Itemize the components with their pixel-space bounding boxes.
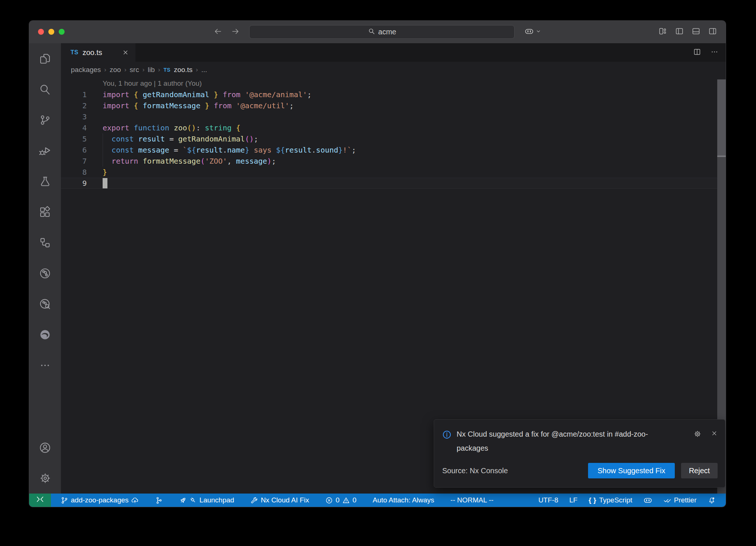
line-number: 4 <box>61 122 87 133</box>
search-icon[interactable] <box>29 74 61 105</box>
breadcrumb-item[interactable]: packages <box>71 66 101 74</box>
status-bar: add-zoo-packagesLaunchpadNx Cloud AI Fix… <box>29 494 726 507</box>
status-label: Prettier <box>674 496 697 504</box>
status-vim-mode[interactable]: -- NORMAL -- <box>442 494 501 507</box>
breadcrumb-file[interactable]: zoo.ts <box>174 66 193 74</box>
code-line-3: 3 <box>61 111 726 122</box>
code-line-6: 6 const message = `${result.name} says $… <box>61 144 726 156</box>
line-number: 1 <box>61 89 87 100</box>
minimize-window-button[interactable] <box>48 29 54 35</box>
breadcrumb-separator: › <box>196 66 198 74</box>
code-line-8: 8} <box>61 167 726 178</box>
nx-cloud-icon[interactable] <box>29 289 61 319</box>
status-copilot[interactable] <box>638 494 658 507</box>
toggle-sidebar-icon[interactable] <box>675 27 684 37</box>
extensions-icon[interactable] <box>29 197 61 227</box>
reject-button[interactable]: Reject <box>681 463 718 478</box>
status-nx-cloud-ai-fix[interactable]: Nx Cloud AI Fix <box>242 494 317 507</box>
more-icon[interactable] <box>29 350 61 381</box>
forward-icon[interactable] <box>231 27 240 37</box>
remote-icon <box>35 495 45 506</box>
status-label: Launchpad <box>199 496 234 504</box>
nx-console-icon[interactable] <box>29 258 61 289</box>
explorer-icon[interactable] <box>29 43 61 74</box>
toggle-panel-icon[interactable] <box>692 27 700 37</box>
back-icon[interactable] <box>213 27 222 37</box>
references-icon[interactable] <box>29 227 61 258</box>
chevron-down-icon <box>535 28 542 36</box>
source-control-icon[interactable] <box>29 105 61 135</box>
typescript-file-icon: TS <box>164 67 171 73</box>
status-formatter[interactable]: Prettier <box>658 494 702 507</box>
run-debug-icon[interactable] <box>29 135 61 166</box>
more-actions-icon[interactable] <box>711 48 718 57</box>
notification-message: Nx Cloud suggested a fix for @acme/zoo:t… <box>457 427 694 455</box>
breadcrumb-symbol[interactable]: ... <box>201 66 207 74</box>
typescript-file-icon: TS <box>71 49 78 56</box>
status-label: 0 <box>353 496 357 504</box>
status-label: -- NORMAL -- <box>450 496 493 504</box>
editor-cursor <box>103 178 107 188</box>
status-launchpad[interactable]: Launchpad <box>171 494 242 507</box>
status-label: Auto Attach: Always <box>372 496 434 504</box>
status-notifications[interactable] <box>702 494 721 507</box>
close-window-button[interactable] <box>38 29 44 35</box>
tab-bar: TS zoo.ts <box>61 43 726 62</box>
status-problems[interactable]: 00 <box>317 494 364 507</box>
status-label: Nx Cloud AI Fix <box>261 496 309 504</box>
status-encoding[interactable]: UTF-8 <box>533 494 564 507</box>
account-icon[interactable] <box>29 432 61 463</box>
line-number: 5 <box>61 133 87 144</box>
warning-icon <box>342 496 350 504</box>
testing-icon[interactable] <box>29 166 61 197</box>
braces-icon: { } <box>588 496 597 504</box>
maximize-window-button[interactable] <box>59 29 65 35</box>
notification-settings-icon[interactable] <box>694 430 701 455</box>
breadcrumb-item[interactable]: src <box>130 66 139 74</box>
split-editor-icon[interactable] <box>693 48 701 57</box>
remote-indicator[interactable] <box>29 494 51 507</box>
line-number: 8 <box>61 167 87 178</box>
status-auto-attach[interactable]: Auto Attach: Always <box>364 494 442 507</box>
check-double-icon <box>663 496 671 504</box>
copilot-menu[interactable] <box>525 21 542 43</box>
rocket-icon <box>179 496 187 504</box>
edge-icon[interactable] <box>29 319 61 350</box>
command-center-search[interactable]: acme <box>249 25 515 39</box>
status-label: TypeScript <box>599 496 632 504</box>
code-line-2: 2import { formatMessage } from '@acme/ut… <box>61 100 726 111</box>
status-language[interactable]: { }TypeScript <box>583 494 638 507</box>
line-number: 3 <box>61 111 87 122</box>
breadcrumbs: packages›zoo›src›lib›TSzoo.ts›... <box>61 62 726 78</box>
info-icon <box>442 427 451 455</box>
code-line-4: 4export function zoo(): string { <box>61 122 726 133</box>
tab-label: zoo.ts <box>82 48 118 57</box>
notification-close-icon[interactable] <box>711 430 718 455</box>
settings-icon[interactable] <box>29 463 61 494</box>
toggle-secondary-sidebar-icon[interactable] <box>708 27 717 37</box>
status-project-graph[interactable] <box>147 494 171 507</box>
pipeline-icon <box>155 496 163 504</box>
status-label: 0 <box>336 496 340 504</box>
breadcrumb-item[interactable]: zoo <box>110 66 121 74</box>
status-label: UTF-8 <box>538 496 558 504</box>
close-tab-icon[interactable] <box>122 49 129 56</box>
copilot-icon <box>643 496 652 505</box>
tab-zoo-ts[interactable]: TS zoo.ts <box>61 43 135 62</box>
status-label: LF <box>569 496 577 504</box>
line-number: 2 <box>61 100 87 111</box>
status-label: add-zoo-packages <box>71 496 128 504</box>
error-icon <box>325 496 333 504</box>
line-number: 6 <box>61 144 87 156</box>
plug-icon <box>189 496 197 504</box>
breadcrumb-separator: › <box>142 66 145 74</box>
show-suggested-fix-button[interactable]: Show Suggested Fix <box>588 463 675 478</box>
breadcrumb-item[interactable]: lib <box>148 66 155 74</box>
code-line-1: 1import { getRandomAnimal } from '@acme/… <box>61 89 726 100</box>
search-icon <box>368 27 375 37</box>
customize-layout-icon[interactable] <box>659 27 667 37</box>
activity-bar <box>29 43 61 494</box>
status-eol[interactable]: LF <box>564 494 583 507</box>
status-branch-status[interactable]: add-zoo-packages <box>52 494 147 507</box>
code-line-7: 7 return formatMessage('ZOO', message); <box>61 156 726 167</box>
